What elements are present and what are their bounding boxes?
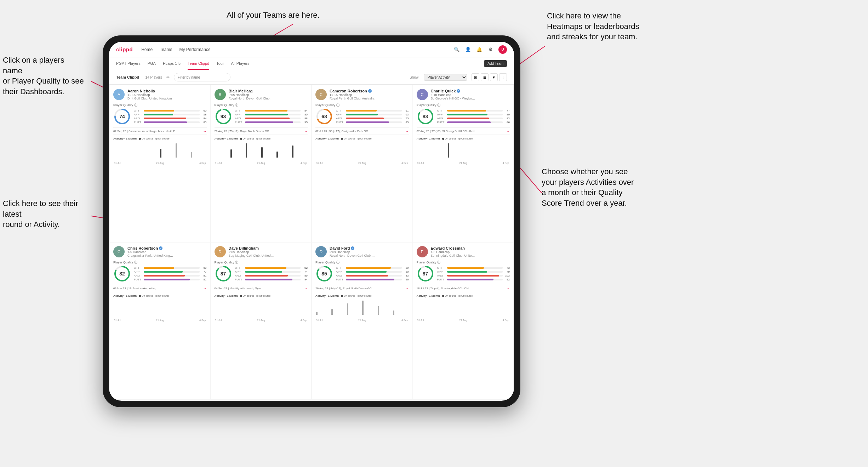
player-avatar: C bbox=[417, 89, 428, 100]
legend-oncourse: On course bbox=[240, 137, 254, 140]
quality-section[interactable]: 87 OTT 73 APP 79 ARG 103 bbox=[417, 265, 510, 283]
stat-app-label: APP bbox=[336, 113, 344, 116]
tab-pgat-players[interactable]: PGAT Players bbox=[116, 57, 141, 70]
stat-app: APP 74 bbox=[235, 270, 308, 273]
tab-tour[interactable]: Tour bbox=[216, 57, 224, 70]
quality-ring[interactable]: 87 bbox=[215, 265, 232, 283]
filter-input[interactable] bbox=[174, 73, 230, 81]
player-card[interactable]: C Chris Robertson ✓ 1-5 Handicap Craigsi… bbox=[110, 243, 210, 399]
player-card[interactable]: A Aaron Nicholls 11-15 Handicap Drift Go… bbox=[110, 85, 210, 242]
player-card[interactable]: D David Ford ✓ Plus Handicap Royal North… bbox=[312, 243, 412, 399]
last-round[interactable]: 02 Jul 23 | 59 (+17), Craigsimilar Park … bbox=[315, 127, 409, 135]
quality-ring[interactable]: 68 bbox=[315, 108, 333, 125]
player-name[interactable]: Blair McHarg bbox=[229, 89, 308, 93]
last-round[interactable]: 26 Aug 23 | 73 (+1), Royal North Devon G… bbox=[215, 127, 308, 135]
player-name[interactable]: Cameron Robertson ✓ bbox=[330, 89, 409, 93]
player-card[interactable]: E Edward Crossman 1-5 Handicap Sunningda… bbox=[413, 243, 514, 399]
player-name[interactable]: Chris Robertson ✓ bbox=[127, 246, 207, 250]
player-name[interactable]: Dave Billingham bbox=[229, 246, 308, 250]
offcourse-dot bbox=[155, 295, 158, 297]
player-name[interactable]: Aaron Nicholls bbox=[127, 89, 207, 93]
quality-section[interactable]: 83 OTT 77 APP 80 ARG 83 bbox=[417, 108, 510, 125]
quality-section[interactable]: 85 OTT 89 APP 80 ARG 83 bbox=[315, 265, 409, 283]
last-round-arrow: → bbox=[405, 286, 409, 290]
settings-icon[interactable]: ⚙ bbox=[487, 46, 494, 53]
quality-score: 87 bbox=[423, 271, 428, 277]
quality-ring[interactable]: 82 bbox=[113, 265, 131, 283]
oncourse-dot bbox=[341, 295, 343, 297]
view-icons: ⊞ ☰ ▼ ↕ bbox=[472, 73, 507, 81]
list-view-button[interactable]: ☰ bbox=[481, 73, 489, 81]
grid-view-button[interactable]: ⊞ bbox=[472, 73, 479, 81]
search-icon[interactable]: 🔍 bbox=[453, 46, 460, 53]
quality-ring[interactable]: 93 bbox=[215, 108, 232, 125]
stat-app-value: 63 bbox=[403, 113, 409, 116]
quality-section[interactable]: 82 OTT 60 APP 77 ARG 81 bbox=[113, 265, 207, 283]
last-round-text: 07 Aug 23 | 77 (+7), St George's Hill GC… bbox=[417, 130, 477, 133]
quality-section[interactable]: 68 OTT 61 APP 63 ARG 75 bbox=[315, 108, 409, 125]
last-round-text: 02 Sep 23 | Sunnerset round to get back … bbox=[113, 130, 177, 133]
nav-my-performance[interactable]: My Performance bbox=[179, 47, 211, 52]
oncourse-dot bbox=[139, 138, 141, 140]
last-round[interactable]: 18 Jul 23 | 74 (+4), Sunningdale GC - Ol… bbox=[417, 285, 510, 292]
stat-ott: OTT 60 bbox=[134, 266, 207, 269]
tab-team-clippd[interactable]: Team Clippd bbox=[188, 57, 209, 70]
quality-section[interactable]: 74 OTT 60 APP 58 ARG 84 bbox=[113, 108, 207, 125]
offcourse-dot bbox=[155, 138, 158, 140]
player-card[interactable]: C Cameron Robertson ✓ 11-15 Handicap Roy… bbox=[312, 85, 412, 242]
stat-arg-label: ARG bbox=[235, 117, 244, 120]
profile-icon[interactable]: 👤 bbox=[464, 46, 472, 53]
player-handicap: 6-10 Handicap bbox=[431, 93, 510, 97]
stat-app-value: 85 bbox=[302, 113, 308, 116]
sort-button[interactable]: ↕ bbox=[499, 73, 507, 81]
quality-ring[interactable]: 85 bbox=[315, 265, 333, 283]
player-info: Blair McHarg Plus Handicap Royal North D… bbox=[229, 89, 308, 100]
quality-ring[interactable]: 74 bbox=[113, 108, 131, 125]
last-round-arrow: → bbox=[506, 129, 510, 133]
tab-hcaps[interactable]: Hcaps 1-5 bbox=[163, 57, 181, 70]
player-header: C Cameron Robertson ✓ 11-15 Handicap Roy… bbox=[315, 89, 409, 100]
last-round[interactable]: 07 Aug 23 | 77 (+7), St George's Hill GC… bbox=[417, 127, 510, 135]
verified-badge: ✓ bbox=[159, 246, 162, 250]
last-round[interactable]: 03 Mar 23 | 19, Must make putting → bbox=[113, 285, 207, 292]
edit-icon[interactable]: ✏ bbox=[166, 75, 170, 80]
activity-legend: On course Off course bbox=[442, 137, 473, 140]
quality-section[interactable]: 87 OTT 82 APP 74 ARG 85 bbox=[215, 265, 308, 283]
offcourse-label: Off course bbox=[461, 137, 473, 140]
player-card[interactable]: D Dave Billingham Plus Handicap Sag Magi… bbox=[211, 243, 312, 399]
stats-grid: OTT 82 APP 74 ARG 85 PUTT 94 bbox=[235, 266, 308, 281]
annotation-heatmaps: Click here to view theHeatmaps or leader… bbox=[547, 11, 639, 42]
last-round[interactable]: 02 Sep 23 | Sunnerset round to get back … bbox=[113, 127, 207, 135]
quality-score: 82 bbox=[119, 271, 125, 277]
activity-section: Activity · 1 Month On course Off course bbox=[215, 137, 308, 164]
quality-ring[interactable]: 87 bbox=[417, 265, 434, 283]
player-card[interactable]: B Blair McHarg Plus Handicap Royal North… bbox=[211, 85, 312, 242]
tab-pga[interactable]: PGA bbox=[148, 57, 156, 70]
player-name[interactable]: Charlie Quick ✓ bbox=[431, 89, 510, 93]
player-name[interactable]: Edward Crossman bbox=[431, 246, 510, 250]
add-team-button[interactable]: Add Team bbox=[484, 60, 507, 67]
nav-home[interactable]: Home bbox=[141, 47, 153, 52]
quality-score: 74 bbox=[119, 114, 125, 119]
last-round[interactable]: 26 Aug 23 | 84 (+12), Royal North Devon … bbox=[315, 285, 409, 292]
quality-ring[interactable]: 83 bbox=[417, 108, 434, 125]
legend-oncourse: On course bbox=[442, 137, 456, 140]
show-select[interactable]: Player Activity Quality Score Trend bbox=[424, 74, 467, 81]
oncourse-dot bbox=[240, 295, 242, 297]
quality-score: 93 bbox=[221, 114, 226, 119]
tab-all-players[interactable]: All Players bbox=[231, 57, 250, 70]
last-round[interactable]: 04 Sep 23 | Mobility with coach, Gym → bbox=[215, 285, 308, 292]
chart-label-end: 4 Sep bbox=[301, 319, 307, 321]
offcourse-label: Off course bbox=[461, 295, 473, 297]
player-card[interactable]: C Charlie Quick ✓ 6-10 Handicap St. Geor… bbox=[413, 85, 514, 242]
nav-teams[interactable]: Teams bbox=[160, 47, 172, 52]
player-name[interactable]: David Ford ✓ bbox=[330, 246, 409, 250]
quality-section[interactable]: 93 OTT 84 APP 85 ARG 88 bbox=[215, 108, 308, 125]
activity-header: Activity · 1 Month On course Off course bbox=[215, 294, 308, 297]
filter-button[interactable]: ▼ bbox=[490, 73, 498, 81]
legend-offcourse: Off course bbox=[458, 295, 473, 297]
user-avatar[interactable]: U bbox=[498, 45, 507, 54]
notification-icon[interactable]: 🔔 bbox=[476, 46, 483, 53]
activity-header: Activity · 1 Month On course Off course bbox=[215, 137, 308, 140]
stat-app: APP 80 bbox=[336, 270, 409, 273]
